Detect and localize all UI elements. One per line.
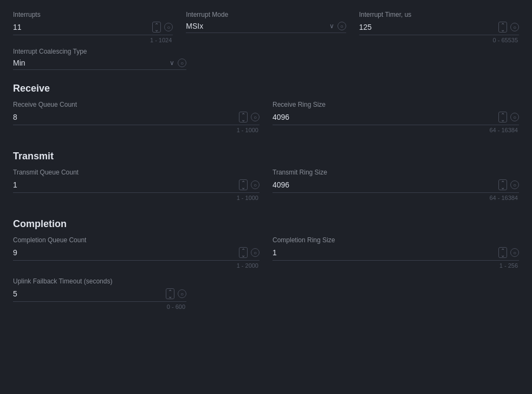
interrupt-timer-group: Interrupt Timer, us 125 ○ 0 - 65535 <box>359 11 519 43</box>
interrupt-timer-spinner[interactable] <box>498 22 507 33</box>
uplink-failback-spinner[interactable] <box>166 288 174 299</box>
interrupt-coalescing-group: Interrupt Coalescing Type Min ∨ ○ <box>13 48 186 70</box>
interrupt-coalescing-reset[interactable]: ○ <box>178 59 186 67</box>
uplink-failback-group: Uplink Failback Timeout (seconds) 5 ○ 0 … <box>13 277 186 310</box>
receive-ring-size-input-row: 4096 ○ <box>273 112 519 125</box>
receive-queue-count-group: Receive Queue Count 8 ○ 1 - 1000 <box>13 101 259 133</box>
completion-queue-count-reset[interactable]: ○ <box>251 248 259 257</box>
completion-queue-count-value: 9 <box>13 248 236 257</box>
transmit-queue-count-value: 1 <box>13 180 236 189</box>
interrupt-mode-chevron-icon[interactable]: ∨ <box>329 22 334 30</box>
receive-ring-size-label: Receive Ring Size <box>273 101 519 108</box>
interrupt-timer-value: 125 <box>359 23 495 31</box>
receive-fields: Receive Queue Count 8 ○ 1 - 1000 Receive… <box>13 101 519 138</box>
interrupt-coalescing-select-row: Min ∨ ○ <box>13 59 186 70</box>
receive-ring-size-group: Receive Ring Size 4096 ○ 64 - 16384 <box>273 101 519 133</box>
completion-queue-count-group: Completion Queue Count 9 ○ 1 - 2000 <box>13 236 259 269</box>
completion-ring-size-range: 1 - 256 <box>273 262 519 269</box>
completion-section-title: Completion <box>13 218 519 230</box>
completion-ring-size-reset[interactable]: ○ <box>510 248 519 257</box>
interrupt-coalescing-label: Interrupt Coalescing Type <box>13 48 186 55</box>
completion-ring-size-spinner[interactable] <box>498 247 507 258</box>
completion-fields: Completion Queue Count 9 ○ 1 - 2000 Comp… <box>13 236 519 273</box>
interrupts-spinner[interactable] <box>152 22 161 33</box>
transmit-queue-count-reset[interactable]: ○ <box>251 180 259 189</box>
completion-ring-size-value: 1 <box>273 248 495 257</box>
receive-ring-size-reset[interactable]: ○ <box>510 113 519 121</box>
receive-queue-count-label: Receive Queue Count <box>13 101 259 108</box>
receive-queue-count-spinner[interactable] <box>239 112 248 122</box>
transmit-ring-size-range: 64 - 16384 <box>273 195 519 201</box>
completion-ring-size-input-row: 1 ○ <box>273 247 519 261</box>
receive-ring-size-spinner[interactable] <box>498 112 507 122</box>
transmit-ring-size-spinner[interactable] <box>498 179 507 190</box>
completion-queue-count-label: Completion Queue Count <box>13 236 259 244</box>
interrupt-timer-reset[interactable]: ○ <box>510 23 519 31</box>
receive-section-title: Receive <box>13 83 519 94</box>
receive-queue-count-value: 8 <box>13 113 236 121</box>
interrupts-value: 11 <box>13 23 149 31</box>
transmit-ring-size-value: 4096 <box>273 180 495 189</box>
uplink-failback-input-row: 5 ○ <box>13 288 186 302</box>
receive-queue-count-reset[interactable]: ○ <box>251 113 259 121</box>
receive-ring-size-value: 4096 <box>273 113 495 121</box>
interrupts-range: 1 - 1024 <box>13 37 173 43</box>
interrupt-coalescing-value: Min <box>13 59 166 67</box>
transmit-ring-size-reset[interactable]: ○ <box>510 180 519 189</box>
interrupt-mode-value: MSIx <box>186 22 326 30</box>
transmit-ring-size-label: Transmit Ring Size <box>273 169 519 176</box>
transmit-queue-count-label: Transmit Queue Count <box>13 169 259 176</box>
uplink-failback-label: Uplink Failback Timeout (seconds) <box>13 277 186 285</box>
uplink-failback-value: 5 <box>13 289 163 298</box>
receive-queue-count-range: 1 - 1000 <box>13 127 259 133</box>
completion-ring-size-label: Completion Ring Size <box>273 236 519 244</box>
interrupt-mode-group: Interrupt Mode MSIx ∨ ○ <box>186 11 346 43</box>
interrupts-group: Interrupts 11 ○ 1 - 1024 <box>13 11 173 43</box>
receive-ring-size-range: 64 - 16384 <box>273 127 519 133</box>
uplink-failback-reset[interactable]: ○ <box>178 289 186 298</box>
completion-queue-count-spinner[interactable] <box>239 247 248 258</box>
interrupts-reset[interactable]: ○ <box>164 23 173 31</box>
receive-queue-count-input-row: 8 ○ <box>13 112 259 125</box>
interrupt-timer-range: 0 - 65535 <box>359 37 519 43</box>
interrupt-coalescing-chevron-icon[interactable]: ∨ <box>170 59 174 67</box>
interrupt-timer-input-row: 125 ○ <box>359 22 519 35</box>
completion-queue-count-range: 1 - 2000 <box>13 262 259 269</box>
interrupt-mode-reset[interactable]: ○ <box>338 22 346 30</box>
transmit-ring-size-input-row: 4096 ○ <box>273 179 519 193</box>
completion-queue-count-input-row: 9 ○ <box>13 247 259 261</box>
transmit-queue-count-range: 1 - 1000 <box>13 195 259 201</box>
completion-ring-size-group: Completion Ring Size 1 ○ 1 - 256 <box>273 236 519 269</box>
interrupt-mode-label: Interrupt Mode <box>186 11 346 18</box>
interrupt-mode-select-row: MSIx ∨ ○ <box>186 22 346 33</box>
transmit-ring-size-group: Transmit Ring Size 4096 ○ 64 - 16384 <box>273 169 519 201</box>
transmit-queue-count-group: Transmit Queue Count 1 ○ 1 - 1000 <box>13 169 259 201</box>
interrupt-timer-label: Interrupt Timer, us <box>359 11 519 18</box>
transmit-section-title: Transmit <box>13 151 519 162</box>
uplink-failback-range: 0 - 600 <box>13 303 186 310</box>
transmit-queue-count-spinner[interactable] <box>239 179 248 190</box>
interrupts-input-row: 11 ○ <box>13 22 173 35</box>
transmit-queue-count-input-row: 1 ○ <box>13 179 259 193</box>
interrupts-label: Interrupts <box>13 11 173 18</box>
transmit-fields: Transmit Queue Count 1 ○ 1 - 1000 Transm… <box>13 169 519 205</box>
